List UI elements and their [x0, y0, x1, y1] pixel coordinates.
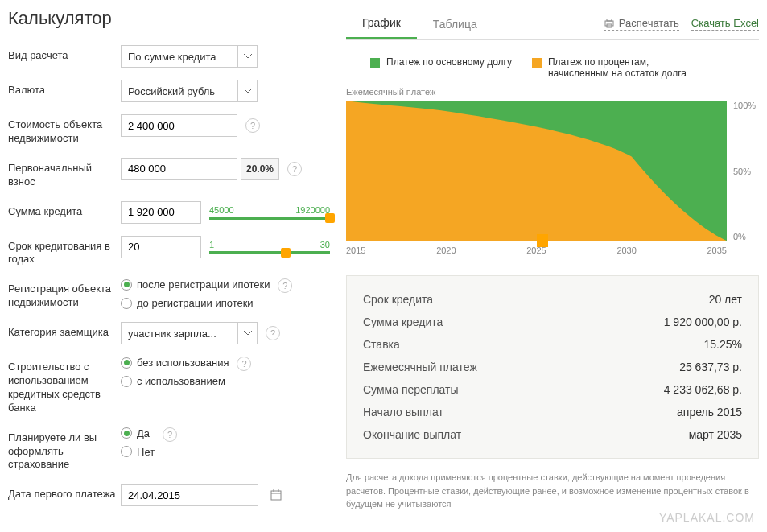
legend-interest: Платеж по процентам, начисленным на оста…	[532, 56, 709, 79]
summary-monthly-value: 25 637,73 р.	[679, 361, 742, 373]
summary-start-value: апрель 2015	[677, 406, 742, 419]
printer-icon	[604, 19, 615, 28]
radio-icon	[121, 376, 132, 387]
radio-label: Да	[137, 427, 150, 439]
help-icon[interactable]: ?	[237, 357, 251, 371]
summary-end-label: Окончание выплат	[363, 428, 461, 441]
chart-y-axis: 100% 50% 0%	[727, 101, 759, 241]
loan-slider[interactable]	[209, 217, 330, 220]
chart-title: Ежемесячный платеж	[346, 87, 759, 97]
radio-icon	[121, 298, 132, 309]
svg-rect-5	[607, 19, 612, 21]
down-payment-input[interactable]	[121, 158, 237, 180]
summary-term-label: Срок кредита	[363, 293, 433, 306]
property-cost-input[interactable]	[121, 114, 237, 137]
summary-amount-label: Сумма кредита	[363, 315, 443, 328]
term-label: Срок кредитования в годах	[8, 236, 121, 267]
summary-end-value: март 2035	[689, 428, 742, 441]
legend-label: Платеж по процентам, начисленным на оста…	[548, 56, 709, 79]
svg-rect-0	[271, 491, 281, 500]
radio-label: Нет	[137, 446, 155, 458]
borrower-cat-value: участник зарпла...	[122, 323, 237, 344]
insurance-label: Планируете ли вы оформлять страхование	[8, 427, 121, 472]
summary-overpay-label: Сумма переплаты	[363, 383, 459, 396]
radio-label: без использования	[137, 357, 229, 369]
currency-value: Российский рубль	[122, 80, 237, 101]
first-payment-label: Дата первого платежа	[8, 484, 121, 501]
chevron-down-icon[interactable]	[237, 323, 257, 344]
y-tick: 50%	[733, 167, 759, 176]
chart-plot	[346, 101, 727, 241]
calc-type-value: По сумме кредита	[122, 46, 237, 67]
registration-after-radio[interactable]: после регистрации ипотеки	[121, 278, 270, 291]
radio-label: до регистрации ипотеки	[137, 297, 254, 309]
term-slider[interactable]	[209, 251, 330, 254]
x-tick: 2020	[436, 245, 456, 255]
calc-type-label: Вид расчета	[8, 45, 121, 63]
summary-box: Срок кредита20 лет Сумма кредита1 920 00…	[346, 275, 759, 459]
legend-label: Платеж по основному долгу	[386, 56, 512, 68]
radio-label: с использованием	[137, 375, 225, 387]
summary-rate-value: 15.25%	[704, 338, 742, 351]
summary-rate-label: Ставка	[363, 338, 400, 351]
borrower-cat-label: Категория заемщика	[8, 322, 121, 340]
registration-label: Регистрация объекта недвижимости	[8, 278, 121, 310]
registration-before-radio[interactable]: до регистрации ипотеки	[121, 297, 270, 309]
tab-table[interactable]: Таблица	[417, 10, 493, 39]
borrower-cat-select[interactable]: участник зарпла...	[121, 322, 258, 344]
term-min: 1	[209, 240, 214, 250]
summary-amount-value: 1 920 000,00 р.	[664, 315, 742, 328]
down-payment-label: Первоначальный взнос	[8, 158, 121, 189]
currency-label: Валюта	[8, 80, 121, 97]
calendar-icon[interactable]	[270, 485, 282, 505]
legend-swatch-icon	[532, 58, 542, 68]
help-icon[interactable]: ?	[245, 118, 260, 133]
summary-start-label: Начало выплат	[363, 406, 443, 419]
term-max: 30	[320, 240, 330, 250]
calc-type-select[interactable]: По сумме кредита	[121, 45, 258, 68]
date-value[interactable]	[122, 485, 270, 505]
loan-amount-input[interactable]	[121, 201, 201, 224]
currency-select[interactable]: Российский рубль	[121, 80, 258, 102]
first-payment-input[interactable]	[121, 484, 258, 506]
construction-no-radio[interactable]: без использования	[121, 357, 229, 369]
x-tick: 2015	[346, 245, 365, 255]
slider-thumb[interactable]	[325, 213, 335, 223]
construction-yes-radio[interactable]: с использованием	[121, 375, 229, 387]
chart-x-axis: 2015 2020 2025 2030 2035	[346, 245, 759, 255]
page-title: Калькулятор	[8, 8, 330, 29]
disclaimer: Для расчета дохода применяются процентны…	[346, 471, 759, 511]
loan-amount-label: Сумма кредита	[8, 201, 121, 219]
tab-chart[interactable]: График	[346, 8, 417, 39]
term-input[interactable]	[121, 236, 201, 258]
y-tick: 100%	[733, 101, 759, 110]
radio-icon	[121, 427, 132, 439]
print-label: Распечатать	[619, 17, 679, 29]
y-tick: 0%	[733, 232, 759, 241]
help-icon[interactable]: ?	[163, 427, 177, 442]
help-icon[interactable]: ?	[287, 162, 302, 176]
slider-thumb[interactable]	[281, 248, 291, 258]
insurance-no-radio[interactable]: Нет	[121, 446, 155, 458]
radio-icon	[121, 279, 132, 291]
radio-icon	[121, 446, 132, 457]
chevron-down-icon[interactable]	[237, 80, 257, 101]
insurance-yes-radio[interactable]: Да	[121, 427, 155, 439]
print-link[interactable]: Распечатать	[604, 17, 679, 31]
loan-min: 45000	[209, 205, 234, 215]
help-icon[interactable]: ?	[266, 326, 280, 340]
summary-overpay-value: 4 233 062,68 р.	[664, 383, 742, 396]
radio-label: после регистрации ипотеки	[137, 278, 270, 291]
radio-icon	[121, 357, 132, 369]
help-icon[interactable]: ?	[278, 278, 292, 293]
construction-label: Строительство с использованием кредитных…	[8, 357, 121, 415]
down-payment-pct: 20.0%	[241, 158, 279, 180]
property-cost-label: Стоимость объекта недвижимости	[8, 114, 121, 146]
summary-term-value: 20 лет	[709, 293, 742, 306]
x-tick: 2035	[707, 245, 727, 255]
chart-marker[interactable]	[537, 234, 548, 247]
x-tick: 2030	[616, 245, 636, 255]
chevron-down-icon[interactable]	[237, 46, 257, 67]
excel-link[interactable]: Скачать Excel	[691, 17, 759, 31]
summary-monthly-label: Ежемесячный платеж	[363, 361, 477, 373]
